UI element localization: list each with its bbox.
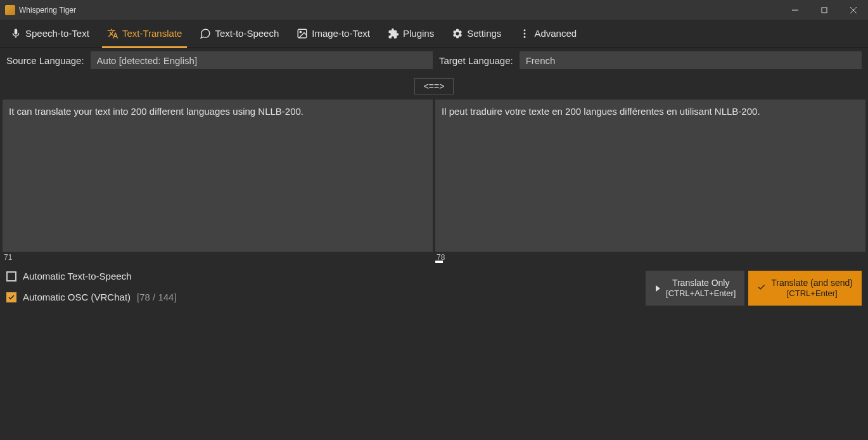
dots-vertical-icon [519,28,530,39]
speech-bubble-icon [200,28,211,39]
svg-marker-9 [656,285,660,292]
svg-point-8 [524,36,526,37]
tab-text-to-speech[interactable]: Text-to-Speech [195,20,284,48]
language-row: Source Language: Target Language: [0,48,868,73]
tab-label: Speech-to-Text [25,28,89,39]
tab-advanced[interactable]: Advanced [514,20,582,48]
tab-bar: Speech-to-Text Text-Translate Text-to-Sp… [0,20,868,48]
auto-osc-label: Automatic OSC (VRChat) [23,292,131,302]
svg-point-5 [300,31,302,32]
translate-only-shortcut: [CTRL+ALT+Enter] [666,288,736,299]
image-icon [297,28,308,39]
maximize-button[interactable] [810,0,839,20]
source-language-label: Source Language: [6,55,84,66]
source-text-input[interactable] [3,100,433,252]
play-icon [654,283,661,294]
tab-label: Text-Translate [122,28,182,39]
tab-label: Plugins [403,28,434,39]
minimize-button[interactable] [781,0,810,20]
translate-only-button[interactable]: Translate Only [CTRL+ALT+Enter] [646,271,744,306]
gear-icon [452,28,463,39]
splitter-handle[interactable] [435,261,443,263]
swap-languages-button[interactable]: <==> [414,78,454,94]
translate-send-button[interactable]: Translate (and send) [CTRL+Enter] [748,271,862,306]
translate-icon [107,28,118,39]
puzzle-icon [388,28,399,39]
tab-settings[interactable]: Settings [447,20,506,48]
auto-osc-checkbox-row[interactable]: Automatic OSC (VRChat) [78 / 144] [6,292,177,302]
osc-char-count: [78 / 144] [137,292,177,302]
auto-tts-checkbox-row[interactable]: Automatic Text-to-Speech [6,271,177,281]
tab-speech-to-text[interactable]: Speech-to-Text [5,20,94,48]
translate-send-label: Translate (and send) [771,277,853,288]
svg-rect-1 [822,8,827,13]
microphone-icon [10,28,22,39]
source-char-count: 71 [4,253,12,262]
window-title: Whispering Tiger [19,6,76,15]
source-language-input[interactable] [91,51,433,69]
tab-label: Image-to-Text [312,28,370,39]
auto-tts-label: Automatic Text-to-Speech [23,271,131,281]
checkbox-checked-icon [6,292,16,302]
tab-label: Settings [467,28,501,39]
close-button[interactable] [839,0,868,20]
svg-point-7 [524,32,526,34]
check-icon [757,283,766,294]
target-language-input[interactable] [520,51,862,69]
tab-image-to-text[interactable]: Image-to-Text [291,20,375,48]
tab-text-translate[interactable]: Text-Translate [102,20,187,48]
svg-point-6 [524,29,526,31]
tab-label: Advanced [534,28,577,39]
checkbox-unchecked-icon [6,271,16,281]
titlebar: Whispering Tiger [0,0,868,20]
tab-label: Text-to-Speech [215,28,279,39]
app-icon [5,5,15,15]
target-text-output[interactable] [435,100,865,252]
translate-only-label: Translate Only [672,277,730,288]
translate-send-shortcut: [CTRL+Enter] [787,288,838,299]
tab-plugins[interactable]: Plugins [383,20,439,48]
target-language-label: Target Language: [439,55,513,66]
